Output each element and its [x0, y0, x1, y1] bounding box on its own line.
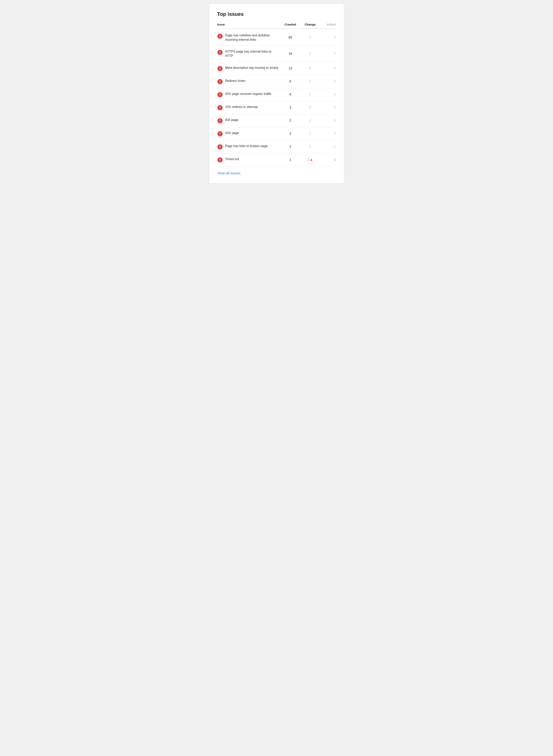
issue-cell: Page has nofollow and dofollow incoming …: [217, 33, 281, 42]
change-value: 0: [300, 80, 320, 83]
table-row[interactable]: 4XX page200: [217, 127, 336, 140]
issue-cell: Timed out: [217, 157, 281, 163]
change-value: 0: [300, 36, 320, 39]
issue-cell: HTTPS page has internal links to HTTP: [217, 50, 281, 58]
svg-rect-28: [220, 159, 220, 160]
added-value: 1: [320, 158, 336, 162]
issue-cell: 3XX redirect in sitemap: [217, 105, 281, 110]
table-row[interactable]: 404 page200: [217, 114, 336, 127]
table-row[interactable]: 3XX redirect in sitemap300: [217, 101, 336, 114]
issue-text: 3XX redirect in sitemap: [225, 105, 258, 109]
error-icon: [217, 105, 223, 110]
crawled-value: 69: [281, 36, 300, 39]
added-value: 0: [320, 80, 336, 83]
issue-text: Meta description tag missing or empty: [225, 66, 279, 70]
svg-rect-16: [220, 106, 220, 108]
svg-point-5: [220, 54, 220, 54]
issue-cell: 4XX page: [217, 131, 281, 136]
issue-text: HTTPS page has internal links to HTTP: [225, 50, 281, 58]
change-value: 0: [300, 52, 320, 56]
added-value: 0: [320, 145, 336, 149]
svg-point-8: [220, 69, 220, 70]
header-crawled: Crawled: [281, 23, 300, 26]
issue-cell: 404 page: [217, 118, 281, 123]
crawled-value: 2: [281, 119, 300, 122]
error-icon: [217, 33, 223, 39]
svg-rect-19: [220, 119, 220, 121]
change-value: 1: [300, 158, 320, 162]
table-row[interactable]: 3XX page receives organic traffic600: [217, 88, 336, 101]
svg-rect-10: [220, 80, 220, 82]
svg-point-26: [220, 148, 220, 148]
header-added: Added: [320, 23, 336, 26]
error-icon: [217, 157, 223, 163]
svg-rect-7: [220, 67, 220, 69]
svg-rect-22: [220, 132, 220, 134]
svg-rect-25: [220, 146, 220, 147]
issue-text: 404 page: [225, 118, 238, 122]
crawled-value: 6: [281, 93, 300, 96]
error-icon: [217, 50, 223, 55]
change-value: 0: [300, 119, 320, 122]
error-icon: [217, 92, 223, 97]
svg-point-23: [220, 134, 220, 135]
change-value: 0: [300, 93, 320, 96]
issue-text: Page has links to broken page: [225, 144, 268, 148]
error-icon: [217, 144, 223, 150]
error-icon: [217, 131, 223, 136]
card-title: Top issues: [217, 11, 336, 17]
svg-rect-4: [220, 51, 220, 53]
issue-cell: Page has links to broken page: [217, 144, 281, 150]
change-value: 0: [300, 145, 320, 149]
svg-point-29: [220, 161, 220, 161]
added-value: 0: [320, 36, 336, 39]
issue-text: Page has nofollow and dofollow incoming …: [225, 33, 281, 42]
crawled-value: 2: [281, 145, 300, 149]
table-row[interactable]: Timed out111: [217, 154, 336, 167]
table-row[interactable]: Redirect chain600: [217, 75, 336, 88]
table-row[interactable]: Page has links to broken page200: [217, 140, 336, 154]
added-value: 0: [320, 119, 336, 122]
top-issues-card: Top issues Issue Crawled Change Added Pa…: [209, 4, 344, 183]
issue-text: 4XX page: [225, 131, 239, 135]
crawled-value: 13: [281, 67, 300, 70]
error-icon: [217, 79, 223, 84]
svg-point-17: [220, 108, 220, 109]
added-value: 0: [320, 93, 336, 96]
change-value: 0: [300, 106, 320, 109]
view-all-issues-link[interactable]: View all issues: [217, 171, 241, 175]
crawled-value: 16: [281, 52, 300, 56]
error-icon: [217, 66, 223, 71]
issue-text: Redirect chain: [225, 79, 245, 83]
issue-cell: Meta description tag missing or empty: [217, 66, 281, 71]
svg-point-20: [220, 121, 220, 122]
svg-rect-1: [220, 35, 220, 36]
header-change: Change: [300, 23, 320, 26]
svg-rect-13: [220, 93, 220, 95]
issue-cell: 3XX page receives organic traffic: [217, 92, 281, 97]
table-row[interactable]: Page has nofollow and dofollow incoming …: [217, 30, 336, 46]
change-value: 0: [300, 132, 320, 135]
table-row[interactable]: HTTPS page has internal links to HTTP160…: [217, 46, 336, 62]
svg-point-11: [220, 82, 220, 83]
up-arrow-icon: [310, 159, 313, 161]
issue-text: Timed out: [225, 157, 239, 161]
crawled-value: 2: [281, 132, 300, 135]
svg-point-2: [220, 37, 220, 38]
crawled-value: 6: [281, 80, 300, 83]
issues-table: Page has nofollow and dofollow incoming …: [217, 30, 336, 167]
added-value: 0: [320, 52, 336, 56]
change-value: 0: [300, 67, 320, 70]
added-value: 0: [320, 106, 336, 109]
svg-point-14: [220, 95, 220, 96]
added-value: 0: [320, 132, 336, 135]
table-row[interactable]: Meta description tag missing or empty130…: [217, 62, 336, 75]
crawled-value: 3: [281, 106, 300, 109]
header-issue: Issue: [217, 23, 281, 26]
issue-text: 3XX page receives organic traffic: [225, 92, 272, 96]
crawled-value: 1: [281, 158, 300, 162]
issue-cell: Redirect chain: [217, 79, 281, 84]
added-value: 0: [320, 67, 336, 70]
error-icon: [217, 118, 223, 123]
table-header: Issue Crawled Change Added: [217, 23, 336, 29]
